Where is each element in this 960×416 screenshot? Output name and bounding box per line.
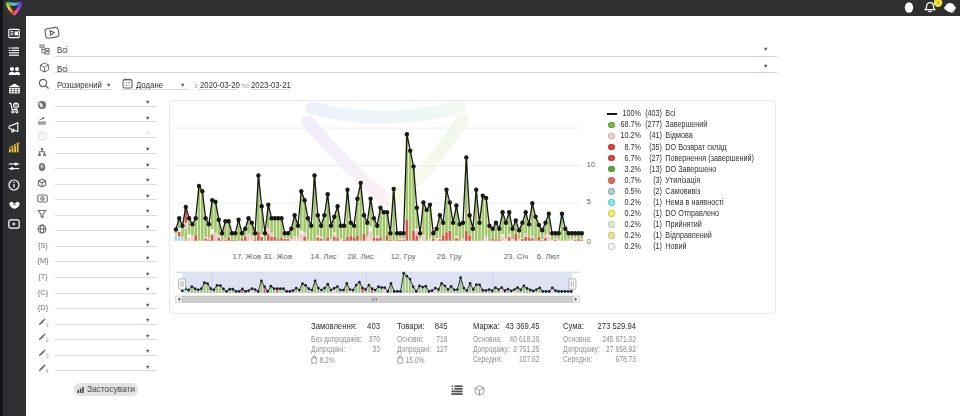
svg-text:17. Жов: 17. Жов [232, 252, 261, 261]
svg-text:4: 4 [46, 369, 49, 375]
svg-text:{C}: {C} [38, 287, 49, 296]
svg-text:10: 10 [586, 160, 595, 169]
svg-text:3: 3 [46, 353, 49, 359]
svg-text:?: ? [40, 133, 44, 139]
svg-text:1: 1 [46, 322, 49, 328]
svg-text:23. Січ: 23. Січ [503, 252, 527, 261]
svg-text:14. Лис: 14. Лис [310, 252, 336, 261]
svg-text:2: 2 [46, 337, 49, 343]
svg-text:{T}: {T} [38, 272, 48, 281]
svg-text:31. Жов: 31. Жов [263, 252, 292, 261]
svg-text:12. Гру: 12. Гру [390, 252, 415, 261]
svg-text:26. Гру: 26. Гру [437, 252, 462, 261]
svg-text:0: 0 [586, 237, 591, 246]
svg-text:6. Лют: 6. Лют [536, 252, 559, 261]
svg-text:{M}: {M} [37, 256, 49, 265]
svg-text:{S}: {S} [38, 241, 48, 250]
svg-text:28. Лис: 28. Лис [347, 252, 373, 261]
svg-text:{D}: {D} [38, 303, 49, 312]
svg-text:5: 5 [586, 197, 591, 206]
